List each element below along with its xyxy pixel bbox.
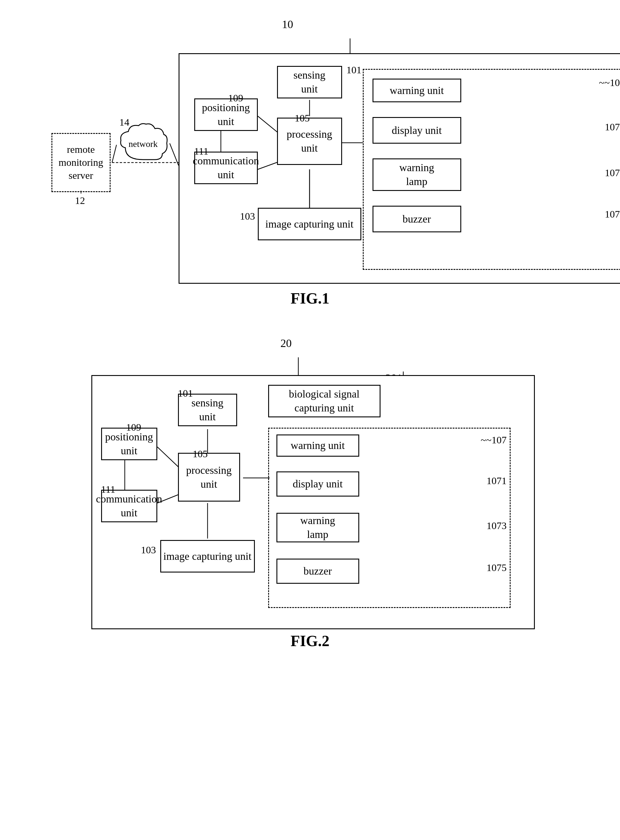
buzzer-label: buzzer (403, 212, 431, 226)
ref-111-fig2: 111 (101, 484, 115, 495)
ref-1073-fig2: 1073 (487, 520, 507, 532)
fig1-top-ref: 10 (282, 18, 293, 31)
image-capturing-unit-block: image capturing unit (258, 208, 361, 240)
ref-103-fig2: 103 (141, 544, 156, 556)
warning-unit-dashed-box2: warning unit ~~107 display unit 1071 war… (268, 428, 511, 608)
bio-signal-label: biological signal capturing unit (289, 387, 360, 415)
ref-105-fig1: 105 (295, 113, 310, 124)
display-unit-label2: display unit (293, 477, 343, 491)
image-capturing-unit-label2: image capturing unit (164, 550, 251, 564)
page-container: 10 remote monitoring server 12 network 1… (24, 18, 596, 650)
communication-unit-label: communication unit (193, 154, 259, 182)
processing-unit-label: processing unit (287, 128, 332, 155)
ref-1071-fig2: 1071 (487, 475, 507, 487)
fig1-top-area: 10 (51, 18, 569, 30)
svg-text:network: network (128, 139, 157, 149)
fig1-label: FIG.1 (290, 290, 330, 307)
fig2-label: FIG.2 (290, 632, 330, 650)
warning-unit-label: warning unit (390, 84, 444, 98)
warning-lamp-label: warning lamp (399, 161, 434, 189)
warning-unit-dashed-box: warning unit ~~107 display unit 1071 war… (363, 69, 620, 270)
fig2-main-box: biological signal capturing unit sensing… (91, 375, 535, 629)
ref-109-fig1: 109 (228, 93, 243, 104)
ref-103-fig1: 103 (240, 211, 255, 222)
fig2-top-ref: 20 (281, 337, 292, 350)
positioning-unit-block: positioning unit (194, 98, 258, 131)
fig2-section: 20 201 (74, 337, 547, 650)
warning-lamp-label2: warning lamp (300, 514, 335, 541)
buzzer-block: buzzer (373, 206, 461, 232)
warning-unit-inner-label-box: warning unit (373, 79, 461, 102)
ref-111-fig1: 111 (194, 146, 208, 157)
image-capturing-unit-label: image capturing unit (265, 217, 354, 231)
ref-101-fig2: 101 (178, 388, 193, 399)
bio-signal-block: biological signal capturing unit (268, 385, 381, 417)
ref-12: 12 (75, 195, 85, 206)
sensing-unit-label: sensing unit (293, 68, 325, 96)
ref-109-fig2: 109 (126, 422, 141, 433)
buzzer-block2: buzzer (277, 559, 359, 584)
svg-line-9 (112, 145, 116, 162)
ref-101-fig1: 101 (346, 65, 361, 76)
fig2-top-area: 20 (74, 337, 547, 349)
buzzer-label2: buzzer (304, 564, 332, 578)
warning-lamp-block2: warning lamp (277, 513, 359, 542)
sensing-unit-label2: sensing unit (191, 396, 224, 424)
ref-105-fig2: 105 (193, 448, 208, 460)
display-unit-block: display unit (373, 117, 461, 144)
processing-unit-label2: processing unit (186, 463, 232, 491)
fig2-diagram: 201 (74, 357, 547, 618)
image-capturing-unit-block2: image capturing unit (160, 540, 255, 573)
fig1-main-box: sensing unit 101 positioning unit 109 pr… (179, 53, 620, 284)
ref-1075-fig1: 1075 (605, 209, 620, 220)
ref-1075-fig2: 1075 (487, 562, 507, 573)
remote-monitoring-server-label: remote monitoring server (59, 143, 103, 182)
warning-lamp-block: warning lamp (373, 158, 461, 191)
fig1-diagram: remote monitoring server 12 network 14 (51, 38, 569, 275)
ref-1071-fig1: 1071 (605, 122, 620, 133)
positioning-unit-label2: positioning unit (105, 430, 153, 458)
fig1-section: 10 remote monitoring server 12 network 1… (51, 18, 569, 307)
communication-unit-label2: communication unit (96, 492, 162, 520)
display-unit-label: display unit (392, 123, 442, 137)
ref-1073-fig1: 1073 (605, 167, 620, 179)
ref-107-fig2: ~~107 (481, 434, 507, 446)
svg-line-10 (170, 143, 179, 165)
display-unit-block2: display unit (277, 472, 359, 497)
ref-107-fig1: ~~107 (599, 77, 620, 89)
remote-monitoring-server-box: remote monitoring server (51, 133, 111, 192)
ref-14: 14 (119, 117, 129, 128)
sensing-unit-block: sensing unit (277, 66, 342, 98)
network-cloud: network (116, 121, 170, 168)
processing-unit-block: processing unit (277, 118, 342, 165)
positioning-unit-label: positioning unit (202, 101, 250, 129)
warning-unit-label-box2: warning unit (277, 434, 359, 457)
warning-unit-label2: warning unit (290, 439, 345, 452)
processing-unit-block2: processing unit (178, 453, 240, 502)
